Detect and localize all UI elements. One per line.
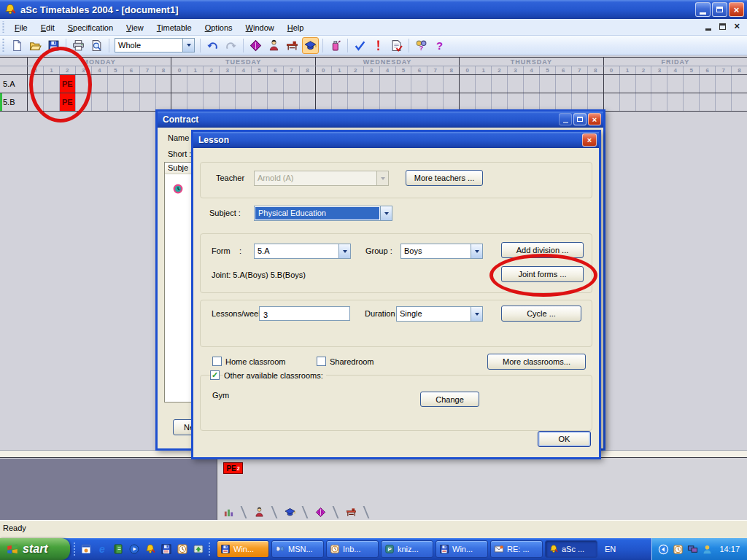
timetable-cell[interactable] <box>156 75 171 93</box>
conflicts-exclamation-icon[interactable] <box>370 37 387 54</box>
undo-icon[interactable] <box>204 37 221 54</box>
timetable-cell[interactable] <box>220 93 236 111</box>
minimize-button[interactable] <box>695 2 711 17</box>
timetable-cell[interactable] <box>171 75 187 93</box>
timetable-cell[interactable] <box>411 93 427 111</box>
timetable-cell[interactable] <box>651 93 667 111</box>
classes-cap-icon[interactable] <box>302 37 319 54</box>
other-classrooms-checkbox[interactable]: ✓ <box>210 370 220 380</box>
timetable-cell[interactable] <box>187 93 204 111</box>
menu-timetable[interactable]: Timetable <box>150 21 198 34</box>
more-teachers-button[interactable]: More teachers ... <box>406 170 483 186</box>
timetable-cell[interactable] <box>460 93 476 111</box>
timetable-cell[interactable] <box>268 75 284 93</box>
timetable-cell[interactable] <box>588 75 603 93</box>
timetable-cell[interactable] <box>540 93 556 111</box>
timetable-cell[interactable] <box>667 93 684 111</box>
group-combobox[interactable]: Boys <box>400 244 483 259</box>
timetable-cell[interactable] <box>364 93 380 111</box>
class-label[interactable]: 5.A <box>0 75 28 93</box>
menu-help[interactable]: Help <box>281 21 311 34</box>
contract-maximize-button[interactable] <box>573 113 587 125</box>
timetable-cell[interactable] <box>348 93 364 111</box>
joint-forms-button[interactable]: Joint forms ... <box>501 266 584 282</box>
bottom-tab-classrooms-desk-icon[interactable] <box>341 507 360 518</box>
contract-minimize-button[interactable] <box>559 113 572 125</box>
timetable-cell[interactable] <box>476 93 492 111</box>
timetable-cell[interactable] <box>300 93 315 111</box>
duration-combo-arrow-icon[interactable] <box>471 307 482 321</box>
timetable-cell[interactable] <box>28 75 44 93</box>
timetable-cell[interactable] <box>508 75 524 93</box>
timetable-cell[interactable] <box>300 75 315 93</box>
contract-dialog-titlebar[interactable]: Contract × <box>158 112 603 128</box>
menu-window[interactable]: Window <box>239 21 281 34</box>
timetable-cell[interactable] <box>92 75 108 93</box>
quicklaunch-app-window-icon[interactable] <box>79 542 93 556</box>
menu-edit[interactable]: Edit <box>34 21 61 34</box>
timetable-cell[interactable] <box>651 75 667 93</box>
timetable-cell[interactable] <box>236 75 252 93</box>
generator-icon[interactable] <box>327 37 344 54</box>
timetable-cell[interactable] <box>380 93 396 111</box>
tip-wizard-icon[interactable]: ? <box>413 37 430 54</box>
form-combobox[interactable]: 5.A <box>254 244 351 259</box>
timetable-cell[interactable] <box>124 75 140 93</box>
lessons-week-input[interactable] <box>259 306 350 321</box>
task-button[interactable]: Inb... <box>326 540 379 558</box>
quicklaunch-internet-explorer-icon[interactable]: e <box>95 542 109 556</box>
timetable-cell[interactable] <box>540 75 556 93</box>
mdi-close-button[interactable]: × <box>734 22 740 31</box>
timetable-cell[interactable] <box>492 93 508 111</box>
timetable-cell[interactable] <box>108 93 124 111</box>
bottom-tab-subjects-book-icon[interactable] <box>311 507 330 518</box>
menu-file[interactable]: File <box>8 21 34 34</box>
timetable-cell[interactable] <box>604 75 620 93</box>
timetable-cell[interactable] <box>396 93 412 111</box>
timetable-cell[interactable] <box>492 75 508 93</box>
lesson-card[interactable]: PE <box>60 75 76 93</box>
language-indicator[interactable]: EN <box>605 545 616 553</box>
timetable-cell[interactable] <box>380 75 396 93</box>
timetable-cell[interactable] <box>636 93 652 111</box>
timetable-cell[interactable] <box>140 75 156 93</box>
timetable-cell[interactable] <box>252 93 268 111</box>
task-button[interactable]: Win... <box>436 540 488 558</box>
new-document-icon[interactable] <box>9 37 26 54</box>
timetable-cell[interactable] <box>667 75 684 93</box>
timetable-cell[interactable] <box>284 75 300 93</box>
view-selector-combobox[interactable]: Whole <box>115 38 195 52</box>
lesson-close-button[interactable]: × <box>582 133 597 147</box>
timetable-cell[interactable] <box>588 93 603 111</box>
bottom-tab-stats-chart-icon[interactable] <box>219 507 238 518</box>
timetable-cell[interactable] <box>684 93 700 111</box>
timetable-cell[interactable] <box>572 75 588 93</box>
task-button[interactable]: RE: ... <box>490 540 543 558</box>
timetable-cell[interactable] <box>716 75 732 93</box>
print-icon[interactable] <box>70 37 87 54</box>
timetable-cell[interactable] <box>508 93 524 111</box>
menu-specification[interactable]: Specification <box>61 21 120 34</box>
timetable-cell[interactable] <box>236 93 252 111</box>
bottom-tab-classes-cap-icon[interactable] <box>280 507 299 518</box>
task-button[interactable]: Pkniz... <box>381 540 433 558</box>
menu-options[interactable]: Options <box>198 21 239 34</box>
timetable-cell[interactable] <box>620 93 636 111</box>
sharedroom-checkbox[interactable] <box>317 357 326 366</box>
quicklaunch-clock-icon[interactable] <box>175 542 189 556</box>
tray-user-icon[interactable] <box>702 544 713 555</box>
timetable-cell[interactable] <box>44 75 60 93</box>
timetable-cell[interactable] <box>28 93 44 111</box>
timetable-cell[interactable] <box>572 93 588 111</box>
menu-view[interactable]: View <box>120 21 150 34</box>
form-combo-arrow-icon[interactable] <box>338 244 350 258</box>
start-button[interactable]: start <box>0 538 70 560</box>
timetable-cell[interactable] <box>364 75 380 93</box>
timetable-cell[interactable] <box>76 93 92 111</box>
save-icon[interactable] <box>45 37 62 54</box>
lesson-card[interactable]: PE <box>60 93 76 111</box>
timetable-cell[interactable] <box>92 93 108 111</box>
timetable-cell[interactable] <box>427 93 444 111</box>
timetable-cell[interactable] <box>556 75 572 93</box>
teachers-icon[interactable] <box>266 37 282 54</box>
